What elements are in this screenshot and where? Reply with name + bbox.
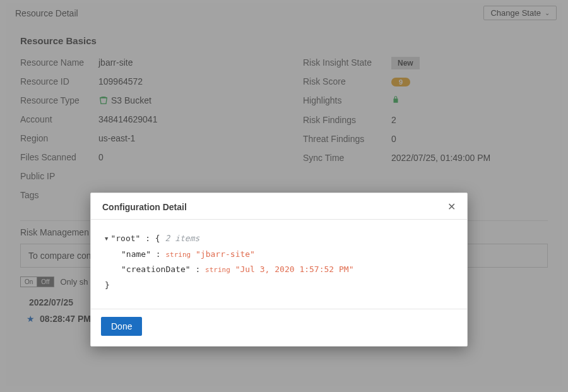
- json-type-creationdate: string: [205, 266, 230, 274]
- done-button[interactable]: Done: [101, 317, 142, 336]
- json-value-name: "jbarr-site": [196, 249, 255, 259]
- json-key-creationdate: "creationDate": [121, 264, 191, 274]
- close-icon[interactable]: ✕: [447, 201, 456, 213]
- json-value-creationdate: "Jul 3, 2020 1:57:52 PM": [235, 264, 354, 274]
- json-key-root: "root": [110, 234, 140, 243]
- json-viewer: ▼"root" : { 2 items "name" : string "jba…: [91, 220, 467, 309]
- configuration-detail-modal: Configuration Detail ✕ ▼"root" : { 2 ite…: [90, 193, 468, 347]
- json-type-name: string: [165, 251, 191, 259]
- json-item-count: 2 items: [165, 234, 200, 243]
- modal-title: Configuration Detail: [102, 202, 187, 212]
- json-key-name: "name": [121, 249, 151, 259]
- collapse-icon[interactable]: ▼: [105, 234, 108, 244]
